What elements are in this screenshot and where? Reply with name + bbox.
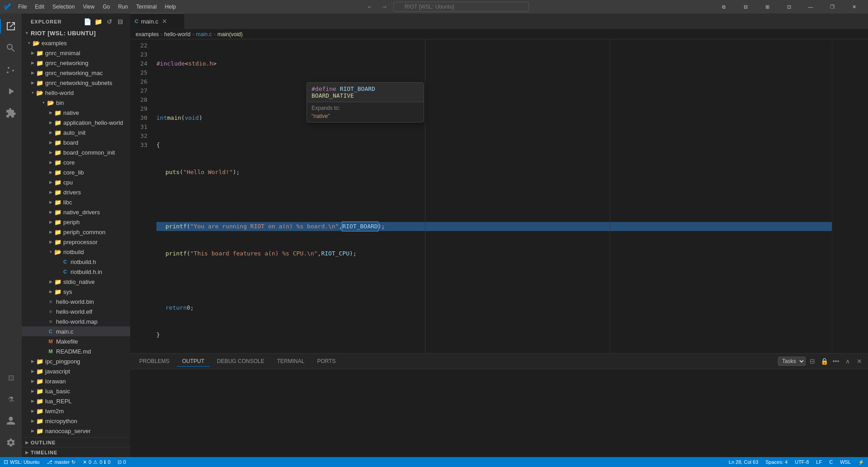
panel-view-icon[interactable]: ⊟ [807, 356, 817, 366]
close-button[interactable]: ✕ [844, 0, 864, 14]
tree-item-board_common_init[interactable]: ▶ 📁 board_common_init [22, 147, 130, 157]
statusbar-branch[interactable]: ⎇ master ↻ [43, 457, 79, 467]
menu-selection[interactable]: Selection [49, 3, 78, 11]
tree-item-application_hello-world[interactable]: ▶ 📁 application_hello-world [22, 118, 130, 127]
tree-item-gnrc_networking_mac[interactable]: ▶ 📁 gnrc_networking_mac [22, 68, 130, 78]
code-editor[interactable]: 22 23 24 25 26 27 28 29 30 31 32 33 #inc… [130, 39, 868, 353]
tree-item-hello-world-bin[interactable]: ▶ ≡ hello-world.bin [22, 297, 130, 307]
activity-run-debug[interactable] [0, 80, 22, 102]
navigate-back-button[interactable]: ← [364, 1, 375, 12]
tree-item-nanocoap_server[interactable]: ▶ 📁 nanocoap_server [22, 426, 130, 436]
outline-section[interactable]: ▶ OUTLINE [22, 437, 130, 447]
tree-item-makefile[interactable]: ▶ M Makefile [22, 336, 130, 346]
activity-testing[interactable]: ⚗ [0, 388, 22, 410]
layout-icon[interactable]: ⧉ [713, 0, 734, 14]
tab-main-c[interactable]: C main.c ✕ [130, 13, 184, 29]
panel-tab-terminal[interactable]: TERMINAL [272, 356, 310, 367]
tree-item-main-c[interactable]: ▶ C main.c [22, 326, 130, 336]
timeline-section[interactable]: ▶ TIMELINE [22, 447, 130, 457]
tree-item-hello-world[interactable]: ▾ 📂 hello-world [22, 88, 130, 98]
panel-tab-output[interactable]: OUTPUT [177, 356, 210, 367]
tree-item-drivers[interactable]: ▶ 📁 drivers [22, 187, 130, 197]
tree-item-native[interactable]: ▶ 📁 native [22, 108, 130, 118]
tree-item-javascript[interactable]: ▶ 📁 javascript [22, 366, 130, 376]
split-layout-icon[interactable]: ⊟ [735, 0, 756, 14]
tree-item-riotbuild[interactable]: ▾ 📂 riotbuild [22, 247, 130, 257]
tree-item-riotbuild_h[interactable]: ▶ C riotbuild.h [22, 257, 130, 267]
tree-item-lua_basic[interactable]: ▶ 📁 lua_basic [22, 386, 130, 396]
customize-layout-icon[interactable]: ⊡ [778, 0, 799, 14]
panel-ellipsis-icon[interactable]: ••• [831, 356, 841, 366]
tree-item-lua_REPL[interactable]: ▶ 📁 lua_REPL [22, 396, 130, 406]
tree-item-lorawan[interactable]: ▶ 📁 lorawan [22, 376, 130, 386]
statusbar-errors[interactable]: ✕ 0 ⚠ 0 ℹ 0 [79, 457, 114, 467]
activity-search[interactable] [0, 37, 22, 59]
tree-item-bin[interactable]: ▾ 📂 bin [22, 98, 130, 108]
statusbar-position[interactable]: Ln 28, Col 63 [725, 459, 762, 465]
new-file-button[interactable]: 📄 [83, 17, 92, 26]
tree-item-gnrc_networking_subnets[interactable]: ▶ 📁 gnrc_networking_subnets [22, 78, 130, 88]
panel-layout-icon[interactable]: ⊞ [757, 0, 778, 14]
statusbar-spaces[interactable]: Spaces: 4 [762, 459, 791, 465]
statusbar-notification[interactable]: ⚡ [854, 459, 868, 465]
menu-file[interactable]: File [14, 3, 30, 11]
tree-item-board[interactable]: ▶ 📁 board [22, 137, 130, 147]
tree-item-auto_init[interactable]: ▶ 📁 auto_init [22, 127, 130, 137]
collapse-all-button[interactable]: ⊟ [116, 17, 125, 26]
panel-tab-problems[interactable]: PROBLEMS [134, 356, 175, 367]
tree-item-lwm2m[interactable]: ▶ 📁 lwm2m [22, 406, 130, 416]
statusbar-encoding[interactable]: UTF-8 [791, 459, 812, 465]
minimize-button[interactable]: — [800, 0, 821, 14]
tree-root[interactable]: ▾ RIOT [WSL: UBUNTU] [22, 28, 130, 38]
panel-tab-ports[interactable]: PORTS [311, 356, 341, 367]
activity-extensions[interactable] [0, 102, 22, 124]
statusbar-remote[interactable]: ⊡ WSL: Ubuntu [0, 457, 43, 467]
menu-terminal[interactable]: Terminal [132, 3, 160, 11]
tree-item-gnrc_minimal[interactable]: ▶ 📁 gnrc_minimal [22, 48, 130, 58]
tree-item-readme[interactable]: ▶ M README.md [22, 346, 130, 356]
tree-item-sys[interactable]: ▶ 📁 sys [22, 287, 130, 297]
statusbar-wsl[interactable]: WSL [836, 459, 854, 465]
global-search-input[interactable] [393, 2, 529, 12]
tree-item-hello-world-elf[interactable]: ▶ ≡ hello-world.elf [22, 307, 130, 316]
menu-run[interactable]: Run [114, 3, 132, 11]
bc-examples[interactable]: examples [136, 31, 159, 38]
navigate-forward-button[interactable]: → [379, 1, 390, 12]
activity-explorer[interactable] [0, 15, 22, 37]
tree-item-riotbuild_hin[interactable]: ▶ C riotbuild.h.in [22, 267, 130, 277]
menu-view[interactable]: View [79, 3, 98, 11]
code-content[interactable]: #include <stdio.h> int main(void) { puts… [153, 39, 832, 353]
statusbar-language[interactable]: C [826, 459, 836, 465]
tree-item-micropython[interactable]: ▶ 📁 micropython [22, 416, 130, 426]
tree-item-ipc_pingpong[interactable]: ▶ 📁 ipc_pingpong [22, 356, 130, 366]
activity-settings[interactable] [0, 432, 22, 453]
bc-main-func[interactable]: main(void) [217, 31, 243, 38]
panel-lock-icon[interactable]: 🔒 [819, 356, 829, 366]
panel-maximize-icon[interactable]: ∧ [843, 356, 853, 366]
tree-item-core[interactable]: ▶ 📁 core [22, 157, 130, 167]
panel-tab-debug-console[interactable]: DEBUG CONSOLE [212, 356, 270, 367]
tree-item-core_lib[interactable]: ▶ 📁 core_lib [22, 167, 130, 177]
new-folder-button[interactable]: 📁 [94, 17, 103, 26]
statusbar-eol[interactable]: LF [812, 459, 826, 465]
tree-item-periph_common[interactable]: ▶ 📁 periph_common [22, 227, 130, 237]
tree-item-gnrc_networking[interactable]: ▶ 📁 gnrc_networking [22, 58, 130, 68]
tree-item-hello-world-map[interactable]: ▶ ≡ hello-world.map [22, 316, 130, 326]
tab-close-button[interactable]: ✕ [161, 18, 168, 25]
tree-item-libc[interactable]: ▶ 📁 libc [22, 197, 130, 207]
activity-accounts[interactable] [0, 410, 22, 432]
refresh-button[interactable]: ↺ [105, 17, 114, 26]
tree-item-cpu[interactable]: ▶ 📁 cpu [22, 177, 130, 187]
bc-hello-world[interactable]: hello-world [164, 31, 190, 38]
activity-source-control[interactable] [0, 59, 22, 80]
restore-button[interactable]: ❐ [822, 0, 843, 14]
statusbar-ports[interactable]: ⊡ 0 [114, 457, 129, 467]
bc-main-c[interactable]: main.c [196, 31, 212, 38]
activity-remote-explorer[interactable]: ⊡ [0, 367, 22, 388]
panel-tasks-dropdown[interactable]: Tasks [778, 357, 806, 366]
tree-item-stdio_native[interactable]: ▶ 📁 stdio_native [22, 277, 130, 287]
tree-item-examples[interactable]: ▾ 📂 examples [22, 38, 130, 48]
tree-item-preprocessor[interactable]: ▶ 📁 preprocessor [22, 237, 130, 247]
tree-item-native_drivers[interactable]: ▶ 📁 native_drivers [22, 207, 130, 217]
menu-help[interactable]: Help [161, 3, 180, 11]
